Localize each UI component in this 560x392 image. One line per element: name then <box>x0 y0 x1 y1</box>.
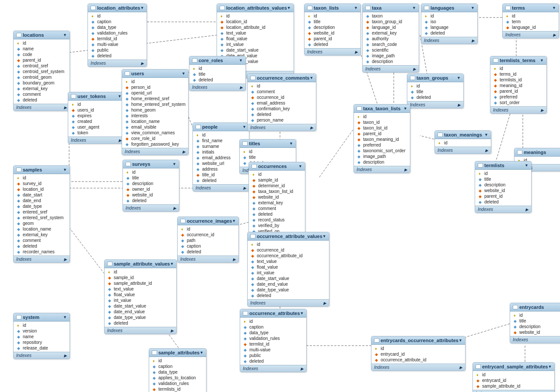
field-name: deleted <box>314 42 328 47</box>
field-name: date_type <box>23 204 42 209</box>
table-name-surveys: surveys <box>132 161 150 167</box>
field-icon: ◆ <box>126 199 131 203</box>
table-row: ◆ title <box>189 71 245 77</box>
table-row: ◆ text_value <box>105 286 176 292</box>
table-body-sample_attribute_values: ♦ id ◆ sample_id ◆ sample_attribute_id ◆… <box>105 268 176 327</box>
table-row: ◆ description <box>510 324 560 329</box>
field-name: surname <box>202 144 219 149</box>
field-name: person_id <box>131 85 150 90</box>
table-name-occurrence_images: occurrence_images <box>187 218 232 224</box>
table-row: ♦ id <box>193 132 249 138</box>
table-header-occurrence_attribute_values: occurrence_attribute_values ▼ <box>248 232 329 241</box>
table-row: ◆ search_code <box>363 42 419 47</box>
field-icon: ◆ <box>126 142 130 147</box>
field-name: forgotten_password_key <box>131 142 179 147</box>
table-row: ◆ authority <box>363 36 419 42</box>
table-name-taxa_taxon_lists: taxa_taxon_lists <box>363 106 401 111</box>
field-icon: ◆ <box>17 199 21 203</box>
table-row: ◆ deleted <box>178 249 238 255</box>
table-body-user_tokens: ♦ id ◆ users_id ◆ expires ◆ created ◆ us… <box>68 101 124 136</box>
table-row: ♦ id <box>122 79 188 84</box>
table-header-people: people ▼ <box>193 123 249 131</box>
table-row: ♦ id <box>354 114 410 119</box>
field-name: taxon_list_id <box>363 126 388 130</box>
table-row: ◆ data_type <box>88 24 147 30</box>
field-icon: ◆ <box>251 288 256 292</box>
table-header-terms: terms ▼ <box>503 4 559 12</box>
table-icon-core_roles <box>192 58 197 63</box>
table-row: ◆ user_agent <box>68 124 124 130</box>
table-row: ◆ website_id <box>249 194 305 200</box>
table-row: ◆ entrycard_id <box>473 378 554 383</box>
field-name: title <box>519 318 526 323</box>
fk-icon: ◆ <box>196 173 201 177</box>
table-footer-languages: Indexes ▶ <box>421 37 477 44</box>
table-row: ◆ external_key <box>14 232 70 238</box>
field-name: id <box>381 346 384 351</box>
table-sample_attributes: sample_attributes ▼ ♦ id ◆ caption ◆ dat… <box>149 348 206 392</box>
table-footer-occurrence_comments: Indexes ▶ <box>248 124 316 131</box>
table-row: ◆ deleted <box>304 42 360 47</box>
field-name: deleted <box>199 77 213 82</box>
indexes-label: Indexes <box>91 61 106 66</box>
field-name: termlists_id <box>500 77 522 82</box>
table-row: ♦ id <box>217 13 294 19</box>
field-icon: ◆ <box>514 325 518 329</box>
field-icon: ◆ <box>126 108 130 112</box>
field-name: data_type <box>97 25 116 30</box>
table-footer-taxa: Indexes ▶ <box>363 65 419 72</box>
table-row: ♦ id <box>503 13 559 19</box>
field-name: title <box>484 177 491 182</box>
field-icon: ◆ <box>126 102 130 107</box>
table-row: ◆ occurrence_id <box>248 247 329 253</box>
fk-icon: ◆ <box>252 178 257 182</box>
table-row: ◆ multi-value <box>88 42 147 47</box>
field-icon: ◆ <box>17 250 21 254</box>
table-header-languages: languages ▼ <box>421 4 477 12</box>
field-name: id <box>132 170 136 175</box>
field-icon: ◆ <box>196 178 201 183</box>
fk-icon: ◆ <box>220 25 225 30</box>
field-name: deleted <box>430 31 445 35</box>
field-name: int_value <box>226 42 244 47</box>
field-icon: ◆ <box>153 382 157 386</box>
table-row: ◆ person_name <box>248 117 316 123</box>
table-row: ◆ title <box>475 176 531 182</box>
pk-icon: ♦ <box>251 242 256 247</box>
table-footer-entrycards_occurrence_attributes: Indexes ▶ <box>371 364 465 371</box>
table-row: ◆ name <box>14 334 70 340</box>
fk-icon: ◆ <box>108 281 112 286</box>
fk-icon: ◆ <box>17 182 21 186</box>
fk-icon: ◆ <box>251 254 256 258</box>
header-arrow-taxon_groups: ▼ <box>457 76 461 80</box>
table-footer-terms: Indexes ▶ <box>503 31 559 38</box>
pk-icon: ♦ <box>220 14 225 18</box>
field-name: id <box>314 14 317 18</box>
table-icon-location_attributes_values <box>220 6 225 10</box>
field-name: caption <box>97 19 111 24</box>
table-name-termlists_terms: termlists_terms <box>500 58 536 63</box>
table-name-location_attributes_values: location_attributes_values <box>226 5 287 10</box>
fk-icon: ◆ <box>514 330 518 335</box>
field-icon: ◆ <box>181 238 186 243</box>
table-icon-locations <box>16 33 21 37</box>
field-name: id <box>23 41 26 46</box>
table-row: ◆ deleted <box>421 30 477 36</box>
table-row: ◆ parent_id <box>354 131 410 136</box>
field-name: deleted <box>484 200 499 204</box>
table-header-users: users ▼ <box>122 70 188 78</box>
field-name: parent_id <box>363 131 382 136</box>
field-name: parent_id <box>484 194 503 199</box>
field-name: deleted <box>257 293 271 298</box>
fk-icon: ◆ <box>366 20 371 24</box>
table-row: ◆ public <box>240 353 306 358</box>
table-row: ◆ title <box>407 89 463 94</box>
table-row: ◆ parent_id <box>14 57 70 63</box>
table-icon-terms <box>505 6 511 10</box>
field-icon: ◆ <box>17 233 21 237</box>
field-icon: ◆ <box>17 244 21 248</box>
field-name: external_key <box>23 232 48 237</box>
indexes-label: Indexes <box>365 66 381 71</box>
table-icon-occurrences <box>252 164 257 168</box>
field-icon: ◆ <box>244 348 248 352</box>
